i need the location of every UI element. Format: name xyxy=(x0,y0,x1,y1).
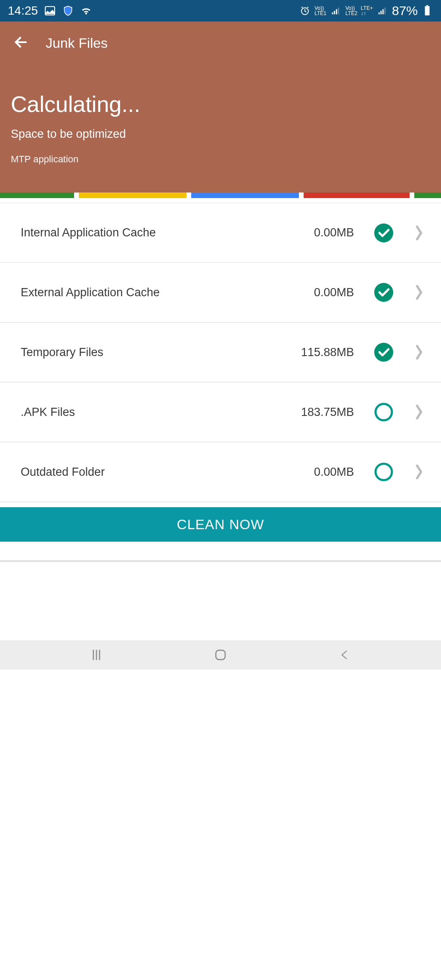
back-button[interactable] xyxy=(13,34,30,53)
svg-point-16 xyxy=(376,404,392,420)
svg-point-15 xyxy=(374,343,393,362)
page-title: Junk Files xyxy=(46,35,108,51)
svg-rect-7 xyxy=(380,11,382,14)
chevron-right-icon[interactable] xyxy=(413,223,425,243)
svg-rect-6 xyxy=(379,12,380,15)
lte1-indicator: Vo))LTE1 xyxy=(314,6,326,16)
list-item[interactable]: Temporary Files 115.88MB xyxy=(0,323,441,382)
header: Junk Files Calculating... Space to be op… xyxy=(0,22,441,192)
list-item[interactable]: Outdated Folder 0.00MB xyxy=(0,442,441,502)
back-nav-button[interactable] xyxy=(332,645,357,664)
category-label: External Application Cache xyxy=(21,286,314,299)
category-label: Internal Application Cache xyxy=(21,226,314,239)
recents-button[interactable] xyxy=(84,645,109,664)
checkbox-unchecked-icon[interactable] xyxy=(374,462,394,482)
category-size: 0.00MB xyxy=(314,226,354,239)
list-item[interactable]: External Application Cache 0.00MB xyxy=(0,263,441,323)
svg-point-14 xyxy=(374,283,393,302)
status-bar: 14:25 Vo))LTE1 Vo))LTE2 LTE+↓↑ 87% xyxy=(0,0,441,22)
signal2-icon xyxy=(376,5,388,17)
list-item[interactable]: .APK Files 183.75MB xyxy=(0,382,441,442)
svg-point-13 xyxy=(374,223,393,242)
home-button[interactable] xyxy=(208,645,233,664)
status-subtitle: Space to be optimized xyxy=(11,127,430,141)
svg-rect-5 xyxy=(338,8,339,15)
svg-rect-8 xyxy=(382,9,384,14)
category-label: .APK Files xyxy=(21,406,301,419)
lte2-indicator: Vo))LTE2 xyxy=(345,6,357,16)
category-size: 115.88MB xyxy=(301,346,354,359)
checkbox-unchecked-icon[interactable] xyxy=(374,402,394,422)
category-size: 0.00MB xyxy=(314,286,354,299)
list-item[interactable]: Internal Application Cache 0.00MB xyxy=(0,203,441,263)
status-time: 14:25 xyxy=(8,4,38,18)
svg-rect-2 xyxy=(332,12,333,15)
chevron-right-icon[interactable] xyxy=(413,342,425,362)
svg-rect-19 xyxy=(216,650,225,660)
signal1-icon xyxy=(330,5,342,17)
clean-now-label: CLEAN NOW xyxy=(177,517,264,533)
clean-now-button[interactable]: CLEAN NOW xyxy=(0,507,441,542)
checkbox-checked-icon[interactable] xyxy=(374,282,394,302)
checkbox-checked-icon[interactable] xyxy=(374,223,394,243)
shield-icon xyxy=(62,5,74,17)
scanning-app-label: MTP application xyxy=(11,154,430,165)
svg-rect-11 xyxy=(426,5,428,6)
category-size: 0.00MB xyxy=(314,465,354,479)
chevron-right-icon[interactable] xyxy=(413,282,425,302)
progress-strip xyxy=(0,192,441,198)
category-size: 183.75MB xyxy=(301,406,354,419)
lte-plus: LTE+↓↑ xyxy=(361,6,373,16)
category-label: Outdated Folder xyxy=(21,465,314,479)
chevron-right-icon[interactable] xyxy=(413,402,425,422)
battery-percent: 87% xyxy=(392,3,418,18)
alarm-icon xyxy=(299,5,311,17)
status-heading: Calculating... xyxy=(11,91,430,117)
gallery-icon xyxy=(44,5,56,17)
chevron-right-icon[interactable] xyxy=(413,462,425,482)
wifi-icon xyxy=(80,5,92,17)
svg-point-17 xyxy=(376,464,392,480)
battery-icon xyxy=(421,5,433,17)
checkbox-checked-icon[interactable] xyxy=(374,342,394,362)
category-label: Temporary Files xyxy=(21,346,301,359)
svg-rect-3 xyxy=(334,11,335,14)
svg-rect-4 xyxy=(336,9,337,14)
system-nav-bar xyxy=(0,640,441,670)
svg-rect-9 xyxy=(385,8,386,15)
